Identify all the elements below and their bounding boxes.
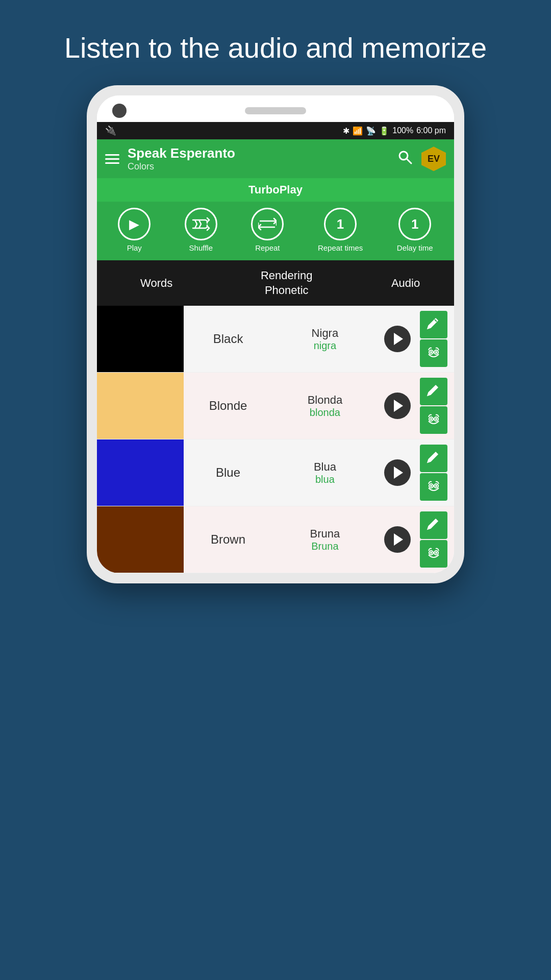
word-play-black[interactable] [378, 326, 418, 352]
play-circle: ▶ [118, 208, 151, 240]
owl-brown-button[interactable] [420, 540, 447, 568]
shuffle-label: Shuffle [189, 243, 213, 252]
word-row-blue: Blue Blua blua [97, 439, 454, 506]
play-triangle-black [394, 333, 403, 345]
repeat-label: Repeat [255, 243, 280, 252]
word-actions-blue [418, 443, 454, 503]
owl-blonde-button[interactable] [420, 406, 447, 434]
edit-blonde-button[interactable] [420, 378, 447, 405]
word-play-blonde[interactable] [378, 393, 418, 419]
play-triangle-blonde [394, 400, 403, 412]
usb-icon: 🔌 [105, 125, 116, 136]
play-blue-button[interactable] [384, 459, 411, 486]
word-actions-brown [418, 509, 454, 570]
word-play-brown[interactable] [378, 526, 418, 553]
word-phonetic-blonde: Blonda blonda [272, 389, 378, 423]
owl-blue-button[interactable] [420, 473, 447, 501]
word-phonetic-brown: Bruna Bruna [272, 523, 378, 556]
svg-point-12 [430, 485, 432, 487]
delay-time-value: 1 [411, 216, 418, 232]
repeat-times-label: Repeat times [318, 243, 363, 252]
svg-point-17 [435, 552, 437, 554]
word-row-blonde: Blonde Blonda blonda [97, 373, 454, 439]
edit-brown-button[interactable] [420, 511, 447, 539]
word-play-blue[interactable] [378, 459, 418, 486]
phonetic-brown: Bruna [277, 541, 373, 552]
shuffle-button[interactable]: Shuffle [185, 208, 217, 252]
esperanto-brown: Bruna [277, 527, 373, 541]
phonetic-blue: blua [277, 474, 373, 485]
delay-time-label: Delay time [397, 243, 433, 252]
edit-blue-button[interactable] [420, 445, 447, 472]
play-blonde-button[interactable] [384, 393, 411, 419]
esperanto-black: Nigra [277, 327, 373, 340]
svg-point-8 [430, 418, 432, 420]
phonetic-blonde: blonda [277, 407, 373, 419]
delay-time-button[interactable]: 1 Delay time [397, 208, 433, 252]
word-name-blue: Blue [184, 461, 272, 484]
word-phonetic-blue: Blua blua [272, 456, 378, 489]
phone-camera [112, 104, 127, 118]
app-title-group: Speak Esperanto Colors [128, 145, 389, 172]
app-bar: Speak Esperanto Colors EV [97, 139, 454, 178]
shuffle-circle [185, 208, 217, 240]
color-swatch-blue [97, 439, 184, 506]
play-icon: ▶ [129, 216, 139, 232]
col-header-audio: Audio [357, 268, 454, 298]
controls-bar: ▶ Play Shuffle [97, 202, 454, 260]
app-bar-actions: EV [397, 146, 446, 171]
svg-line-1 [407, 159, 411, 163]
play-brown-button[interactable] [384, 526, 411, 553]
bluetooth-icon: ✱ [343, 126, 349, 136]
color-swatch-blonde [97, 373, 184, 439]
repeat-times-button[interactable]: 1 Repeat times [318, 208, 363, 252]
app-title: Speak Esperanto [128, 145, 389, 161]
status-left: 🔌 [105, 125, 116, 136]
play-label: Play [127, 243, 142, 252]
word-actions-blonde [418, 376, 454, 436]
phone-screen: 🔌 ✱ 📶 📡 🔋 100% 6:00 pm Speak Esperanto C… [97, 95, 454, 573]
word-actions-black [418, 309, 454, 369]
svg-point-5 [435, 351, 437, 353]
word-name-blonde: Blonde [184, 395, 272, 417]
play-button[interactable]: ▶ Play [118, 208, 151, 252]
color-swatch-brown [97, 506, 184, 573]
wifi-icon: 📡 [366, 126, 376, 136]
edit-black-button[interactable] [420, 311, 447, 338]
word-phonetic-black: Nigra nigra [272, 323, 378, 356]
status-right: ✱ 📶 📡 🔋 100% 6:00 pm [343, 126, 446, 136]
ev-badge[interactable]: EV [421, 146, 446, 171]
repeat-times-value: 1 [337, 216, 344, 232]
hamburger-line-1 [105, 154, 119, 156]
app-subtitle: Colors [128, 161, 389, 172]
phone-physical-top [97, 95, 454, 122]
column-headers: Words RenderingPhonetic Audio [97, 260, 454, 306]
play-black-button[interactable] [384, 326, 411, 352]
svg-point-13 [435, 485, 437, 487]
battery-text: 100% [392, 126, 413, 135]
search-button[interactable] [397, 149, 413, 169]
col-header-words: Words [97, 268, 216, 298]
owl-black-button[interactable] [420, 339, 447, 367]
hamburger-line-3 [105, 162, 119, 164]
repeat-button[interactable]: Repeat [251, 208, 284, 252]
esperanto-blue: Blua [277, 460, 373, 474]
word-row-black: Black Nigra nigra [97, 306, 454, 373]
word-name-black: Black [184, 328, 272, 350]
phone-speaker [245, 107, 306, 114]
esperanto-blonde: Blonda [277, 394, 373, 407]
hamburger-line-2 [105, 158, 119, 160]
svg-point-4 [430, 351, 432, 353]
repeat-circle [251, 208, 284, 240]
menu-button[interactable] [105, 154, 119, 164]
signal-icon: 📶 [353, 126, 363, 136]
page-headline: Listen to the audio and memorize [23, 0, 528, 85]
turboplay-bar[interactable]: TurboPlay [97, 178, 454, 202]
ev-label: EV [428, 154, 440, 164]
phonetic-black: nigra [277, 340, 373, 352]
repeat-times-circle: 1 [324, 208, 357, 240]
status-time: 6:00 pm [416, 126, 446, 135]
color-swatch-black [97, 306, 184, 372]
battery-icon: 🔋 [379, 126, 389, 136]
status-bar: 🔌 ✱ 📶 📡 🔋 100% 6:00 pm [97, 122, 454, 139]
